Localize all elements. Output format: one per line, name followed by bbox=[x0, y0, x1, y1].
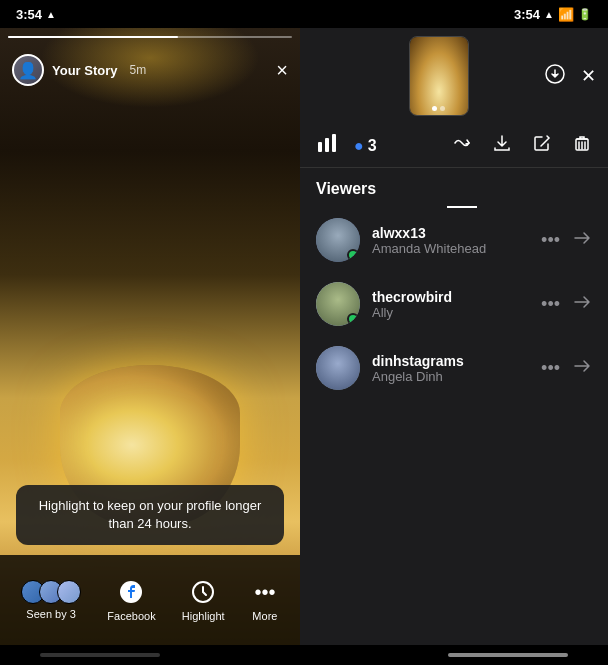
online-dot-1 bbox=[347, 249, 359, 261]
time-right: 3:54 bbox=[514, 7, 540, 22]
more-item[interactable]: ••• More bbox=[251, 578, 279, 622]
viewer-send-2[interactable] bbox=[572, 292, 592, 317]
home-indicator-right bbox=[448, 653, 568, 657]
progress-fill bbox=[8, 36, 178, 38]
viewer-item: thecrowbird Ally ••• bbox=[300, 272, 608, 336]
story-close-button[interactable]: × bbox=[276, 59, 288, 82]
svg-rect-5 bbox=[332, 134, 336, 152]
viewer-username-1: alwxx13 bbox=[372, 225, 529, 241]
viewers-header: Viewers bbox=[300, 168, 608, 206]
viewers-title: Viewers bbox=[316, 180, 376, 197]
viewer-username-2: thecrowbird bbox=[372, 289, 529, 305]
viewer-subtext-1: Amanda Whitehead bbox=[372, 241, 529, 256]
view-dot: ● bbox=[354, 137, 364, 155]
activity-icon[interactable] bbox=[452, 133, 472, 158]
save-icon[interactable] bbox=[492, 133, 512, 158]
story-tooltip: Highlight to keep on your profile longer… bbox=[16, 485, 284, 545]
viewer-avatar-1 bbox=[316, 218, 360, 262]
share-icon[interactable] bbox=[532, 133, 552, 158]
viewer-avatar-2 bbox=[316, 282, 360, 326]
online-dot-2 bbox=[347, 313, 359, 325]
right-header: ✕ bbox=[300, 28, 608, 124]
status-left: 3:54 ▲ bbox=[16, 7, 56, 22]
more-icon: ••• bbox=[251, 578, 279, 606]
story-header: 👤 Your Story 5m × bbox=[0, 36, 300, 94]
highlight-label: Highlight bbox=[182, 610, 225, 622]
location-icon: ▲ bbox=[46, 9, 56, 20]
story-thumbnail bbox=[409, 36, 469, 116]
viewer-send-3[interactable] bbox=[572, 356, 592, 381]
more-label: More bbox=[252, 610, 277, 622]
viewer-more-3[interactable]: ••• bbox=[541, 358, 560, 379]
seen-by-item[interactable]: Seen by 3 bbox=[21, 580, 81, 620]
tooltip-text: Highlight to keep on your profile longer… bbox=[39, 498, 262, 531]
view-count: ● 3 bbox=[354, 137, 377, 155]
arrow-icon: ▲ bbox=[544, 9, 554, 20]
chart-icon bbox=[316, 132, 338, 159]
battery-icon: 🔋 bbox=[578, 8, 592, 21]
viewer-actions-1: ••• bbox=[541, 228, 592, 253]
facebook-label: Facebook bbox=[107, 610, 155, 622]
seen-avatar-3 bbox=[57, 580, 81, 604]
viewer-info-3: dinhstagrams Angela Dinh bbox=[372, 353, 529, 384]
home-indicator-left bbox=[40, 653, 160, 657]
thumb-container bbox=[409, 36, 469, 116]
viewer-item: dinhstagrams Angela Dinh ••• bbox=[300, 336, 608, 400]
thumb-dot-1 bbox=[432, 106, 437, 111]
status-right: 3:54 ▲ 📶 🔋 bbox=[514, 7, 592, 22]
view-number: 3 bbox=[368, 137, 377, 155]
progress-bar bbox=[8, 36, 292, 38]
highlight-item[interactable]: Highlight bbox=[182, 578, 225, 622]
highlight-icon bbox=[189, 578, 217, 606]
facebook-icon bbox=[117, 578, 145, 606]
viewer-more-1[interactable]: ••• bbox=[541, 230, 560, 251]
viewer-username-3: dinhstagrams bbox=[372, 353, 529, 369]
main-area: 👤 Your Story 5m × Highlight to keep on y… bbox=[0, 28, 608, 645]
viewer-subtext-3: Angela Dinh bbox=[372, 369, 529, 384]
story-time: 5m bbox=[130, 63, 147, 77]
status-bar: 3:54 ▲ 3:54 ▲ 📶 🔋 bbox=[0, 0, 608, 28]
seen-avatars bbox=[21, 580, 81, 604]
viewer-more-2[interactable]: ••• bbox=[541, 294, 560, 315]
story-avatar: 👤 bbox=[12, 54, 44, 86]
thumb-dots bbox=[410, 106, 468, 111]
story-background bbox=[0, 28, 300, 645]
svg-rect-4 bbox=[325, 138, 329, 152]
viewer-actions-2: ••• bbox=[541, 292, 592, 317]
thumb-inner bbox=[410, 37, 468, 115]
thumb-dot-2 bbox=[440, 106, 445, 111]
facebook-item[interactable]: Facebook bbox=[107, 578, 155, 622]
viewer-item: alwxx13 Amanda Whitehead ••• bbox=[300, 208, 608, 272]
viewer-info-2: thecrowbird Ally bbox=[372, 289, 529, 320]
download-icon[interactable] bbox=[545, 64, 565, 89]
viewer-subtext-2: Ally bbox=[372, 305, 529, 320]
wifi-icon: 📶 bbox=[558, 7, 574, 22]
viewer-actions-3: ••• bbox=[541, 356, 592, 381]
viewer-send-1[interactable] bbox=[572, 228, 592, 253]
right-header-icons: ✕ bbox=[545, 64, 596, 89]
viewer-info-1: alwxx13 Amanda Whitehead bbox=[372, 225, 529, 256]
viewer-avatar-3 bbox=[316, 346, 360, 390]
stats-actions bbox=[452, 133, 592, 158]
seen-by-label: Seen by 3 bbox=[26, 608, 76, 620]
story-bottom-bar: Seen by 3 Facebook Highl bbox=[0, 555, 300, 645]
close-right-icon[interactable]: ✕ bbox=[581, 65, 596, 87]
story-panel: 👤 Your Story 5m × Highlight to keep on y… bbox=[0, 28, 300, 645]
viewer-list: alwxx13 Amanda Whitehead ••• bbox=[300, 208, 608, 645]
story-user-info: 👤 Your Story 5m bbox=[12, 54, 146, 86]
svg-rect-3 bbox=[318, 142, 322, 152]
home-indicator-bar bbox=[0, 645, 608, 665]
stats-bar: ● 3 bbox=[300, 124, 608, 168]
delete-icon[interactable] bbox=[572, 133, 592, 158]
right-panel: ✕ ● 3 bbox=[300, 28, 608, 645]
story-username: Your Story bbox=[52, 63, 118, 78]
time-left: 3:54 bbox=[16, 7, 42, 22]
